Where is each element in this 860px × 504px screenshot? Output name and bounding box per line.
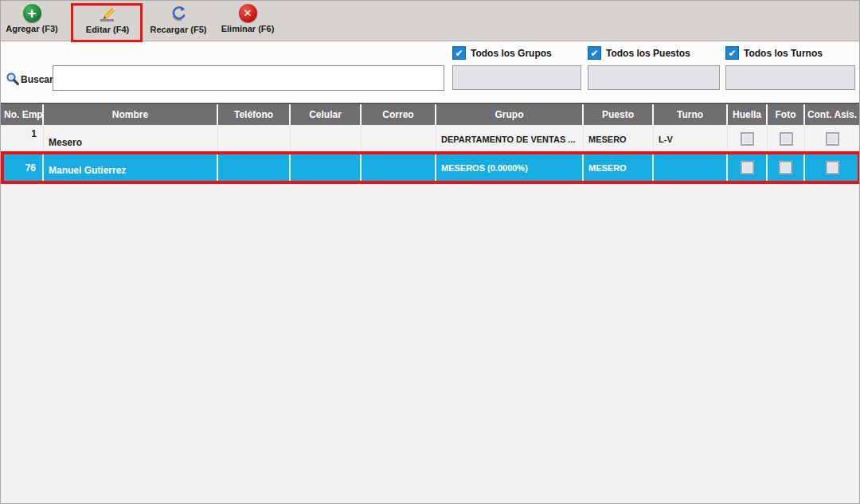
cell-huella [728, 125, 768, 153]
cell-puesto: MESERO [584, 125, 654, 153]
todos-grupos-label: Todos los Grupos [471, 48, 552, 59]
checkbox-checked-icon: ✔ [725, 46, 739, 60]
col-header-celular[interactable]: Celular [291, 104, 362, 125]
huella-checkbox[interactable] [741, 161, 754, 174]
eliminar-button-label: Eliminar (F6) [221, 24, 275, 33]
cell-no-emp: 76 [1, 154, 44, 181]
cell-celular [291, 154, 362, 181]
table-header: No. Emp Nombre Teléfono Celular Correo G… [1, 103, 859, 125]
cell-celular [291, 125, 362, 153]
cell-grupo: MESEROS (0.0000%) [436, 154, 584, 181]
foto-checkbox[interactable] [780, 132, 793, 146]
cell-foto [768, 125, 805, 153]
cell-nombre: Mesero [44, 125, 218, 153]
delete-icon: ✕ [239, 4, 257, 22]
foto-checkbox[interactable] [779, 161, 792, 174]
cell-puesto: MESERO [584, 154, 654, 181]
col-header-correo[interactable]: Correo [362, 104, 436, 125]
cell-cont-asis [805, 125, 859, 153]
editar-button[interactable]: Editar (F4) [76, 4, 139, 34]
agregar-button[interactable]: + Agregar (F3) [4, 4, 60, 33]
puesto-combo[interactable] [588, 65, 720, 90]
col-header-cont-asis[interactable]: Cont. Asis. [805, 104, 859, 125]
add-icon: + [23, 4, 41, 22]
toolbar: + Agregar (F3) Editar (F4) [1, 1, 859, 41]
todos-puestos-checkbox[interactable]: ✔ Todos los Puestos [588, 46, 690, 60]
editar-button-label: Editar (F4) [86, 25, 129, 34]
col-header-puesto[interactable]: Puesto [584, 104, 654, 125]
employee-manager-window: + Agregar (F3) Editar (F4) [0, 0, 860, 504]
selected-table-row[interactable]: 76 Manuel Gutierrez MESEROS (0.0000%) ME… [1, 154, 859, 181]
cell-turno [654, 154, 728, 181]
col-header-turno[interactable]: Turno [654, 104, 728, 125]
turno-combo[interactable] [725, 65, 855, 90]
table-row[interactable]: 1 Mesero DEPARTAMENTO DE VENTAS ... MESE… [1, 125, 859, 154]
cell-grupo: DEPARTAMENTO DE VENTAS ... [436, 125, 584, 153]
group-filter: ✔ Todos los Grupos [452, 41, 581, 103]
filter-bar: Buscar: ✔ Todos los Grupos ✔ Todos los P… [1, 41, 859, 103]
col-header-nombre[interactable]: Nombre [44, 104, 218, 125]
cell-correo [362, 154, 436, 181]
cont-asis-checkbox[interactable] [826, 132, 839, 146]
search-icon [6, 72, 20, 86]
recargar-button-label: Recargar (F5) [150, 25, 207, 34]
position-filter: ✔ Todos los Puestos [588, 41, 720, 103]
cell-huella [728, 154, 768, 181]
recargar-button[interactable]: Recargar (F5) [147, 4, 210, 34]
checkbox-checked-icon: ✔ [588, 46, 601, 60]
agregar-button-label: Agregar (F3) [6, 24, 57, 33]
cell-correo [362, 125, 436, 153]
cell-nombre: Manuel Gutierrez [44, 154, 218, 181]
cell-foto [768, 154, 805, 181]
search-label: Buscar: [21, 74, 57, 85]
todos-puestos-label: Todos los Puestos [606, 48, 690, 59]
cell-telefono [218, 125, 291, 153]
grupo-combo[interactable] [452, 65, 581, 90]
refresh-icon [169, 4, 188, 23]
todos-turnos-checkbox[interactable]: ✔ Todos los Turnos [725, 46, 823, 60]
shift-filter: ✔ Todos los Turnos [725, 41, 855, 103]
col-header-telefono[interactable]: Teléfono [218, 104, 291, 125]
checkbox-checked-icon: ✔ [452, 46, 466, 60]
cell-telefono [218, 154, 291, 181]
col-header-huella[interactable]: Huella [728, 104, 768, 125]
eliminar-button[interactable]: ✕ Eliminar (F6) [217, 4, 279, 33]
todos-grupos-checkbox[interactable]: ✔ Todos los Grupos [452, 46, 552, 60]
col-header-grupo[interactable]: Grupo [436, 104, 584, 125]
todos-turnos-label: Todos los Turnos [744, 48, 823, 59]
col-header-no-emp[interactable]: No. Emp [1, 104, 44, 125]
huella-checkbox[interactable] [741, 132, 754, 146]
cell-turno: L-V [654, 125, 728, 153]
search-input[interactable] [53, 65, 444, 91]
edit-icon [97, 4, 118, 23]
col-header-foto[interactable]: Foto [768, 104, 805, 125]
cell-cont-asis [805, 154, 859, 181]
cont-asis-checkbox[interactable] [826, 161, 839, 174]
cell-no-emp: 1 [1, 125, 44, 153]
